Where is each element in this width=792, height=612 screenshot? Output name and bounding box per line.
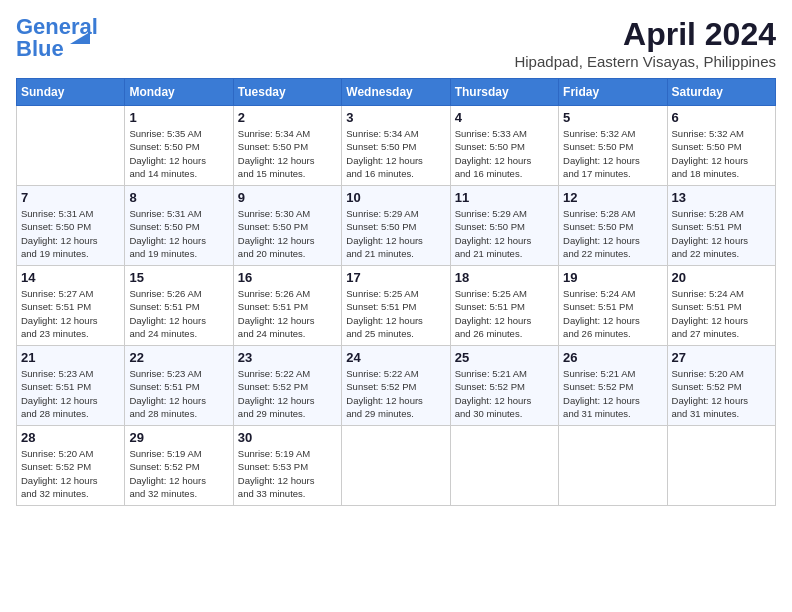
day-info: Sunrise: 5:20 AMSunset: 5:52 PMDaylight:… bbox=[21, 447, 120, 500]
day-info: Sunrise: 5:19 AMSunset: 5:52 PMDaylight:… bbox=[129, 447, 228, 500]
day-number: 28 bbox=[21, 430, 120, 445]
table-row: 21Sunrise: 5:23 AMSunset: 5:51 PMDayligh… bbox=[17, 346, 125, 426]
day-number: 11 bbox=[455, 190, 554, 205]
table-row: 16Sunrise: 5:26 AMSunset: 5:51 PMDayligh… bbox=[233, 266, 341, 346]
logo-blue: Blue bbox=[16, 36, 64, 61]
day-info: Sunrise: 5:19 AMSunset: 5:53 PMDaylight:… bbox=[238, 447, 337, 500]
week-row-4: 21Sunrise: 5:23 AMSunset: 5:51 PMDayligh… bbox=[17, 346, 776, 426]
day-number: 10 bbox=[346, 190, 445, 205]
calendar-header-saturday: Saturday bbox=[667, 79, 775, 106]
table-row: 12Sunrise: 5:28 AMSunset: 5:50 PMDayligh… bbox=[559, 186, 667, 266]
day-number: 21 bbox=[21, 350, 120, 365]
table-row: 20Sunrise: 5:24 AMSunset: 5:51 PMDayligh… bbox=[667, 266, 775, 346]
table-row bbox=[342, 426, 450, 506]
week-row-3: 14Sunrise: 5:27 AMSunset: 5:51 PMDayligh… bbox=[17, 266, 776, 346]
table-row bbox=[17, 106, 125, 186]
day-info: Sunrise: 5:24 AMSunset: 5:51 PMDaylight:… bbox=[672, 287, 771, 340]
table-row: 5Sunrise: 5:32 AMSunset: 5:50 PMDaylight… bbox=[559, 106, 667, 186]
week-row-2: 7Sunrise: 5:31 AMSunset: 5:50 PMDaylight… bbox=[17, 186, 776, 266]
day-number: 1 bbox=[129, 110, 228, 125]
day-number: 5 bbox=[563, 110, 662, 125]
day-info: Sunrise: 5:30 AMSunset: 5:50 PMDaylight:… bbox=[238, 207, 337, 260]
day-info: Sunrise: 5:28 AMSunset: 5:50 PMDaylight:… bbox=[563, 207, 662, 260]
day-info: Sunrise: 5:27 AMSunset: 5:51 PMDaylight:… bbox=[21, 287, 120, 340]
table-row: 27Sunrise: 5:20 AMSunset: 5:52 PMDayligh… bbox=[667, 346, 775, 426]
table-row: 15Sunrise: 5:26 AMSunset: 5:51 PMDayligh… bbox=[125, 266, 233, 346]
title-section: April 2024 Hipadpad, Eastern Visayas, Ph… bbox=[514, 16, 776, 70]
table-row: 6Sunrise: 5:32 AMSunset: 5:50 PMDaylight… bbox=[667, 106, 775, 186]
table-row: 18Sunrise: 5:25 AMSunset: 5:51 PMDayligh… bbox=[450, 266, 558, 346]
day-number: 25 bbox=[455, 350, 554, 365]
day-number: 29 bbox=[129, 430, 228, 445]
day-info: Sunrise: 5:33 AMSunset: 5:50 PMDaylight:… bbox=[455, 127, 554, 180]
calendar-table: SundayMondayTuesdayWednesdayThursdayFrid… bbox=[16, 78, 776, 506]
day-info: Sunrise: 5:29 AMSunset: 5:50 PMDaylight:… bbox=[455, 207, 554, 260]
logo: General Blue bbox=[16, 16, 98, 44]
day-info: Sunrise: 5:21 AMSunset: 5:52 PMDaylight:… bbox=[455, 367, 554, 420]
table-row: 11Sunrise: 5:29 AMSunset: 5:50 PMDayligh… bbox=[450, 186, 558, 266]
day-number: 9 bbox=[238, 190, 337, 205]
day-info: Sunrise: 5:24 AMSunset: 5:51 PMDaylight:… bbox=[563, 287, 662, 340]
calendar-header-sunday: Sunday bbox=[17, 79, 125, 106]
day-number: 27 bbox=[672, 350, 771, 365]
day-number: 4 bbox=[455, 110, 554, 125]
day-number: 20 bbox=[672, 270, 771, 285]
table-row: 3Sunrise: 5:34 AMSunset: 5:50 PMDaylight… bbox=[342, 106, 450, 186]
day-info: Sunrise: 5:35 AMSunset: 5:50 PMDaylight:… bbox=[129, 127, 228, 180]
day-info: Sunrise: 5:28 AMSunset: 5:51 PMDaylight:… bbox=[672, 207, 771, 260]
day-number: 17 bbox=[346, 270, 445, 285]
day-number: 8 bbox=[129, 190, 228, 205]
day-number: 24 bbox=[346, 350, 445, 365]
day-info: Sunrise: 5:32 AMSunset: 5:50 PMDaylight:… bbox=[672, 127, 771, 180]
day-info: Sunrise: 5:29 AMSunset: 5:50 PMDaylight:… bbox=[346, 207, 445, 260]
day-info: Sunrise: 5:25 AMSunset: 5:51 PMDaylight:… bbox=[455, 287, 554, 340]
day-number: 23 bbox=[238, 350, 337, 365]
day-info: Sunrise: 5:34 AMSunset: 5:50 PMDaylight:… bbox=[346, 127, 445, 180]
calendar-header-tuesday: Tuesday bbox=[233, 79, 341, 106]
table-row: 9Sunrise: 5:30 AMSunset: 5:50 PMDaylight… bbox=[233, 186, 341, 266]
table-row: 17Sunrise: 5:25 AMSunset: 5:51 PMDayligh… bbox=[342, 266, 450, 346]
day-number: 3 bbox=[346, 110, 445, 125]
svg-marker-0 bbox=[70, 32, 90, 44]
calendar-body: 1Sunrise: 5:35 AMSunset: 5:50 PMDaylight… bbox=[17, 106, 776, 506]
day-number: 15 bbox=[129, 270, 228, 285]
day-number: 22 bbox=[129, 350, 228, 365]
table-row: 23Sunrise: 5:22 AMSunset: 5:52 PMDayligh… bbox=[233, 346, 341, 426]
table-row: 25Sunrise: 5:21 AMSunset: 5:52 PMDayligh… bbox=[450, 346, 558, 426]
day-info: Sunrise: 5:22 AMSunset: 5:52 PMDaylight:… bbox=[238, 367, 337, 420]
table-row bbox=[450, 426, 558, 506]
day-info: Sunrise: 5:25 AMSunset: 5:51 PMDaylight:… bbox=[346, 287, 445, 340]
day-number: 12 bbox=[563, 190, 662, 205]
day-number: 16 bbox=[238, 270, 337, 285]
day-number: 6 bbox=[672, 110, 771, 125]
table-row: 14Sunrise: 5:27 AMSunset: 5:51 PMDayligh… bbox=[17, 266, 125, 346]
location-title: Hipadpad, Eastern Visayas, Philippines bbox=[514, 53, 776, 70]
logo-icon bbox=[70, 32, 90, 44]
day-info: Sunrise: 5:34 AMSunset: 5:50 PMDaylight:… bbox=[238, 127, 337, 180]
calendar-header-thursday: Thursday bbox=[450, 79, 558, 106]
table-row bbox=[559, 426, 667, 506]
day-info: Sunrise: 5:22 AMSunset: 5:52 PMDaylight:… bbox=[346, 367, 445, 420]
day-number: 26 bbox=[563, 350, 662, 365]
day-info: Sunrise: 5:26 AMSunset: 5:51 PMDaylight:… bbox=[238, 287, 337, 340]
table-row: 10Sunrise: 5:29 AMSunset: 5:50 PMDayligh… bbox=[342, 186, 450, 266]
day-number: 18 bbox=[455, 270, 554, 285]
table-row: 26Sunrise: 5:21 AMSunset: 5:52 PMDayligh… bbox=[559, 346, 667, 426]
day-info: Sunrise: 5:31 AMSunset: 5:50 PMDaylight:… bbox=[129, 207, 228, 260]
day-info: Sunrise: 5:23 AMSunset: 5:51 PMDaylight:… bbox=[21, 367, 120, 420]
day-number: 19 bbox=[563, 270, 662, 285]
table-row: 4Sunrise: 5:33 AMSunset: 5:50 PMDaylight… bbox=[450, 106, 558, 186]
table-row: 8Sunrise: 5:31 AMSunset: 5:50 PMDaylight… bbox=[125, 186, 233, 266]
day-info: Sunrise: 5:23 AMSunset: 5:51 PMDaylight:… bbox=[129, 367, 228, 420]
day-info: Sunrise: 5:26 AMSunset: 5:51 PMDaylight:… bbox=[129, 287, 228, 340]
table-row: 29Sunrise: 5:19 AMSunset: 5:52 PMDayligh… bbox=[125, 426, 233, 506]
week-row-1: 1Sunrise: 5:35 AMSunset: 5:50 PMDaylight… bbox=[17, 106, 776, 186]
table-row: 1Sunrise: 5:35 AMSunset: 5:50 PMDaylight… bbox=[125, 106, 233, 186]
calendar-header-wednesday: Wednesday bbox=[342, 79, 450, 106]
table-row: 2Sunrise: 5:34 AMSunset: 5:50 PMDaylight… bbox=[233, 106, 341, 186]
page-header: General Blue April 2024 Hipadpad, Easter… bbox=[16, 16, 776, 70]
day-info: Sunrise: 5:20 AMSunset: 5:52 PMDaylight:… bbox=[672, 367, 771, 420]
table-row bbox=[667, 426, 775, 506]
table-row: 24Sunrise: 5:22 AMSunset: 5:52 PMDayligh… bbox=[342, 346, 450, 426]
table-row: 19Sunrise: 5:24 AMSunset: 5:51 PMDayligh… bbox=[559, 266, 667, 346]
